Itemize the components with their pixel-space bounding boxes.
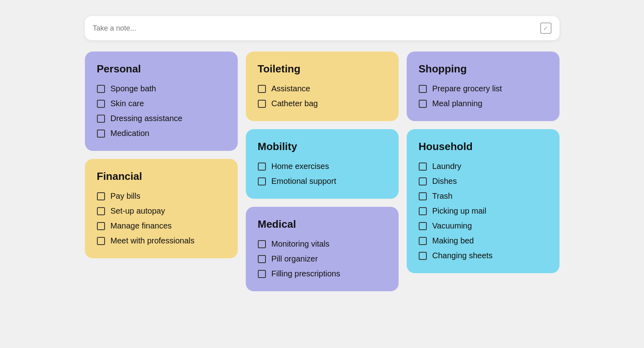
checkbox[interactable] — [97, 237, 105, 245]
checkbox[interactable] — [97, 192, 105, 200]
item-label: Dishes — [432, 177, 457, 186]
search-bar: ✓ — [85, 16, 560, 40]
item-label: Sponge bath — [111, 84, 156, 93]
item-label: Set-up autopay — [111, 206, 165, 216]
card-financial-items: Pay bills Set-up autopay Manage finances… — [97, 192, 226, 245]
item-label: Picking up mail — [432, 206, 487, 216]
list-item: Manage finances — [97, 221, 226, 231]
checkbox[interactable] — [419, 177, 427, 185]
checkbox[interactable] — [97, 115, 105, 123]
card-household-title: Household — [419, 140, 547, 153]
checkbox[interactable] — [97, 100, 105, 108]
card-mobility: Mobility Home exercises Emotional suppor… — [246, 129, 399, 199]
checkbox[interactable] — [97, 207, 105, 215]
checkbox[interactable] — [419, 252, 427, 260]
card-household: Household Laundry Dishes Trash Picking u… — [407, 129, 560, 273]
item-label: Making bed — [432, 236, 474, 245]
card-shopping-items: Prepare grocery list Meal planning — [419, 84, 547, 108]
list-item: Laundry — [419, 162, 547, 171]
checkbox[interactable] — [97, 85, 105, 93]
checkbox[interactable] — [258, 100, 266, 108]
list-item: Sponge bath — [97, 84, 226, 93]
list-item: Meet with professionals — [97, 236, 226, 245]
list-item: Skin care — [97, 99, 226, 108]
checkbox[interactable] — [97, 130, 105, 138]
list-item: Making bed — [419, 236, 547, 245]
card-personal-title: Personal — [97, 63, 226, 75]
checkbox[interactable] — [258, 255, 266, 263]
card-medical-title: Medical — [258, 218, 387, 231]
item-label: Emotional support — [272, 177, 336, 186]
checkbox[interactable] — [258, 163, 266, 171]
item-label: Skin care — [111, 99, 144, 108]
checkbox[interactable] — [97, 222, 105, 230]
item-label: Manage finances — [111, 221, 172, 231]
note-input[interactable] — [93, 24, 540, 33]
checkbox[interactable] — [258, 270, 266, 278]
card-toileting: Toileting Assistance Catheter bag — [246, 51, 399, 121]
card-mobility-title: Mobility — [258, 140, 387, 153]
list-item: Vacuuming — [419, 221, 547, 231]
checkbox[interactable] — [258, 177, 266, 185]
checkbox[interactable] — [419, 192, 427, 200]
card-financial-title: Financial — [97, 170, 226, 183]
checkbox[interactable] — [419, 163, 427, 171]
checkbox[interactable] — [419, 222, 427, 230]
card-medical-items: Monitoring vitals Pill organizer Filling… — [258, 239, 387, 278]
list-item: Prepare grocery list — [419, 84, 547, 93]
card-medical: Medical Monitoring vitals Pill organizer… — [246, 207, 399, 291]
card-shopping: Shopping Prepare grocery list Meal plann… — [407, 51, 560, 121]
item-label: Trash — [432, 192, 453, 201]
column-middle: Toileting Assistance Catheter bag Mobili… — [246, 51, 399, 291]
list-item: Emotional support — [258, 177, 387, 186]
checkbox[interactable] — [258, 240, 266, 248]
card-financial: Financial Pay bills Set-up autopay Manag… — [85, 159, 238, 258]
checkbox[interactable] — [419, 237, 427, 245]
list-item: Assistance — [258, 84, 387, 93]
item-label: Home exercises — [272, 162, 329, 171]
list-item: Picking up mail — [419, 206, 547, 216]
item-label: Pay bills — [111, 192, 140, 201]
list-item: Pay bills — [97, 192, 226, 201]
item-label: Changing sheets — [432, 251, 493, 260]
card-household-items: Laundry Dishes Trash Picking up mail Vac… — [419, 162, 547, 260]
item-label: Meet with professionals — [111, 236, 195, 245]
checkbox[interactable] — [419, 85, 427, 93]
item-label: Catheter bag — [272, 99, 318, 108]
checkbox[interactable] — [258, 85, 266, 93]
item-label: Medication — [111, 129, 150, 138]
column-left: Personal Sponge bath Skin care Dressing … — [85, 51, 238, 258]
item-label: Vacuuming — [432, 221, 472, 231]
list-item: Catheter bag — [258, 99, 387, 108]
item-label: Filling prescriptions — [272, 269, 340, 278]
list-item: Filling prescriptions — [258, 269, 387, 278]
checklist-icon[interactable]: ✓ — [540, 23, 551, 34]
list-item: Pill organizer — [258, 254, 387, 264]
list-item: Monitoring vitals — [258, 239, 387, 249]
list-item: Meal planning — [419, 99, 547, 108]
checkbox[interactable] — [419, 100, 427, 108]
list-item: Dressing assistance — [97, 114, 226, 123]
item-label: Prepare grocery list — [432, 84, 502, 93]
list-item: Changing sheets — [419, 251, 547, 260]
list-item: Set-up autopay — [97, 206, 226, 216]
card-shopping-title: Shopping — [419, 63, 547, 75]
card-toileting-items: Assistance Catheter bag — [258, 84, 387, 108]
item-label: Pill organizer — [272, 254, 318, 264]
checkbox[interactable] — [419, 207, 427, 215]
card-personal: Personal Sponge bath Skin care Dressing … — [85, 51, 238, 151]
list-item: Trash — [419, 192, 547, 201]
list-item: Home exercises — [258, 162, 387, 171]
card-mobility-items: Home exercises Emotional support — [258, 162, 387, 186]
item-label: Meal planning — [432, 99, 483, 108]
card-personal-items: Sponge bath Skin care Dressing assistanc… — [97, 84, 226, 138]
item-label: Monitoring vitals — [272, 239, 330, 249]
card-toileting-title: Toileting — [258, 63, 387, 75]
list-item: Dishes — [419, 177, 547, 186]
column-right: Shopping Prepare grocery list Meal plann… — [407, 51, 560, 273]
item-label: Laundry — [432, 162, 461, 171]
item-label: Dressing assistance — [111, 114, 183, 123]
cards-grid: Personal Sponge bath Skin care Dressing … — [85, 51, 560, 291]
search-bar-wrapper: ✓ — [85, 16, 560, 40]
item-label: Assistance — [272, 84, 311, 93]
